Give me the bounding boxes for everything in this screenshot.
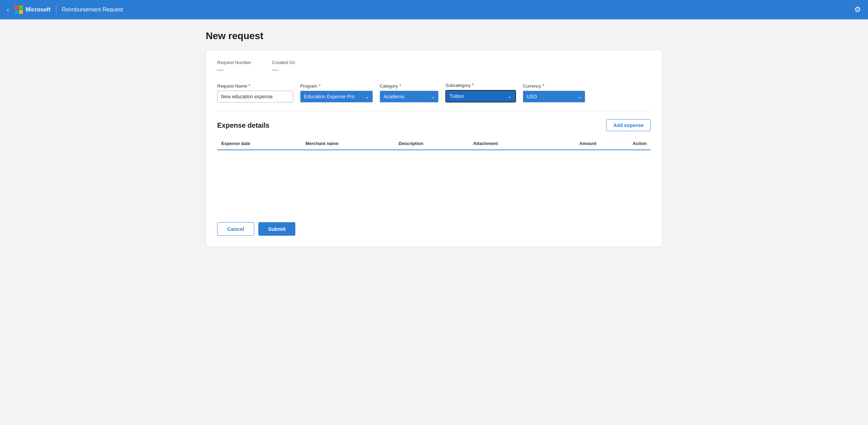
add-expense-button[interactable]: Add expense [606, 119, 651, 131]
subcategory-label: Subcategory * [445, 82, 516, 88]
table-header-row: Expense date Merchant name Description A… [217, 138, 651, 150]
request-number-label: Request Number [217, 60, 251, 65]
form-card: Request Number ---- Created On ---- Requ… [206, 50, 662, 247]
request-name-input[interactable] [217, 91, 293, 102]
program-select[interactable]: Education Expense Pro [300, 91, 373, 102]
microsoft-logo-icon [15, 6, 23, 14]
currency-select[interactable]: USD [523, 91, 585, 102]
program-label: Program * [300, 83, 373, 89]
info-row: Request Number ---- Created On ---- [217, 60, 651, 73]
category-label: Category * [380, 83, 438, 89]
col-amount: Amount [544, 138, 601, 150]
request-number-field: Request Number ---- [217, 60, 251, 73]
created-on-field: Created On ---- [272, 60, 295, 73]
currency-group: Currency * USD ⌄ [523, 83, 585, 102]
back-button[interactable]: ‹ [7, 6, 9, 13]
table-header: Expense date Merchant name Description A… [217, 138, 651, 150]
currency-label: Currency * [523, 83, 585, 89]
subcategory-group: Subcategory * Tuition ⌄ [445, 82, 516, 102]
program-group: Program * Education Expense Pro ⌄ [300, 83, 373, 102]
currency-select-wrapper: USD ⌄ [523, 91, 585, 102]
col-action: Action [601, 138, 651, 150]
expense-details-title: Expense details [217, 121, 269, 129]
created-on-value: ---- [272, 67, 295, 73]
request-number-value: ---- [217, 67, 251, 73]
request-name-label: Request Name * [217, 83, 293, 89]
main-content: New request Request Number ---- Created … [192, 19, 676, 258]
category-group: Category * Academic ⌄ [380, 83, 438, 102]
expense-details-header: Expense details Add expense [217, 119, 651, 131]
page-title: New request [206, 30, 662, 42]
action-buttons: Cancel Submit [217, 222, 651, 236]
logo-text: Microsoft [26, 7, 50, 13]
fields-row: Request Name * Program * Education Expen… [217, 82, 651, 102]
subcategory-select-wrapper: Tuition ⌄ [445, 90, 516, 102]
expense-table: Expense date Merchant name Description A… [217, 138, 651, 150]
program-select-wrapper: Education Expense Pro ⌄ [300, 91, 373, 102]
col-merchant-name: Merchant name [301, 138, 394, 150]
category-select-wrapper: Academic ⌄ [380, 91, 438, 102]
col-description: Description [395, 138, 469, 150]
submit-button[interactable]: Submit [258, 222, 295, 236]
app-header: ‹ Microsoft Reimbursement Request ⚙ [0, 0, 868, 19]
request-name-group: Request Name * [217, 83, 293, 102]
col-attachment: Attachment [469, 138, 544, 150]
app-logo: Microsoft [15, 6, 50, 14]
cancel-button[interactable]: Cancel [217, 222, 254, 236]
subcategory-select[interactable]: Tuition [446, 91, 515, 102]
created-on-label: Created On [272, 60, 295, 65]
empty-table-area [217, 150, 651, 212]
col-expense-date: Expense date [217, 138, 301, 150]
header-divider [56, 5, 56, 15]
app-title: Reimbursement Request [62, 7, 123, 13]
category-select[interactable]: Academic [380, 91, 438, 102]
settings-icon[interactable]: ⚙ [854, 5, 861, 14]
section-divider [217, 111, 651, 111]
